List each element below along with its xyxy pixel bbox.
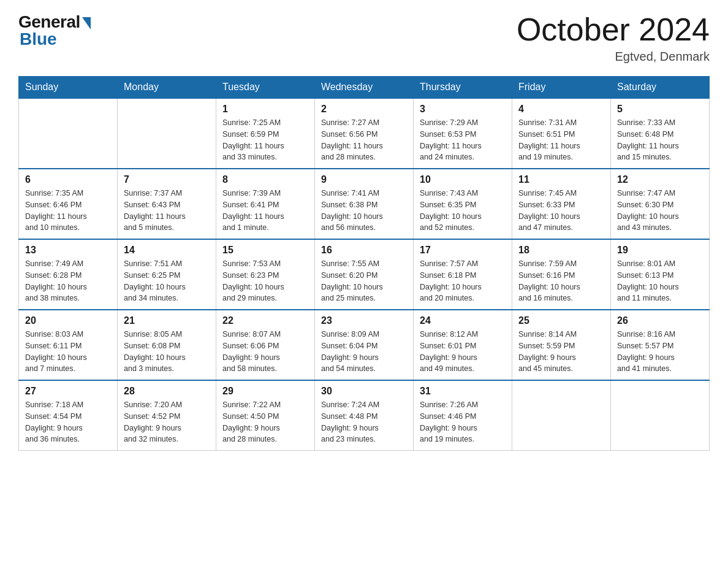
calendar-cell: 11Sunrise: 7:45 AM Sunset: 6:33 PM Dayli… <box>512 169 611 239</box>
day-info: Sunrise: 7:53 AM Sunset: 6:23 PM Dayligh… <box>222 258 308 304</box>
day-info: Sunrise: 7:18 AM Sunset: 4:54 PM Dayligh… <box>25 399 111 445</box>
calendar-week-row: 6Sunrise: 7:35 AM Sunset: 6:46 PM Daylig… <box>19 169 710 239</box>
calendar-cell: 29Sunrise: 7:22 AM Sunset: 4:50 PM Dayli… <box>216 380 315 451</box>
calendar-cell: 2Sunrise: 7:27 AM Sunset: 6:56 PM Daylig… <box>315 98 414 169</box>
day-number: 12 <box>617 174 703 185</box>
logo-blue-text: Blue <box>20 29 57 49</box>
day-number: 4 <box>518 104 604 115</box>
day-info: Sunrise: 8:09 AM Sunset: 6:04 PM Dayligh… <box>321 329 407 375</box>
calendar-cell: 30Sunrise: 7:24 AM Sunset: 4:48 PM Dayli… <box>315 380 414 451</box>
calendar-header-friday: Friday <box>512 77 611 99</box>
day-number: 13 <box>25 245 111 256</box>
day-info: Sunrise: 7:25 AM Sunset: 6:59 PM Dayligh… <box>222 117 308 163</box>
day-info: Sunrise: 8:01 AM Sunset: 6:13 PM Dayligh… <box>617 258 703 304</box>
calendar-cell: 8Sunrise: 7:39 AM Sunset: 6:41 PM Daylig… <box>216 169 315 239</box>
calendar-cell: 5Sunrise: 7:33 AM Sunset: 6:48 PM Daylig… <box>611 98 710 169</box>
month-title: October 2024 <box>517 12 710 47</box>
day-info: Sunrise: 7:45 AM Sunset: 6:33 PM Dayligh… <box>518 188 604 234</box>
day-info: Sunrise: 7:43 AM Sunset: 6:35 PM Dayligh… <box>420 188 506 234</box>
calendar-cell: 15Sunrise: 7:53 AM Sunset: 6:23 PM Dayli… <box>216 239 315 310</box>
calendar-week-row: 20Sunrise: 8:03 AM Sunset: 6:11 PM Dayli… <box>19 310 710 380</box>
calendar-cell <box>611 380 710 451</box>
day-info: Sunrise: 8:16 AM Sunset: 5:57 PM Dayligh… <box>617 329 703 375</box>
day-number: 18 <box>518 245 604 256</box>
day-number: 29 <box>222 386 308 397</box>
day-number: 9 <box>321 174 407 185</box>
day-info: Sunrise: 8:03 AM Sunset: 6:11 PM Dayligh… <box>25 329 111 375</box>
calendar-week-row: 1Sunrise: 7:25 AM Sunset: 6:59 PM Daylig… <box>19 98 710 169</box>
calendar-header-row: SundayMondayTuesdayWednesdayThursdayFrid… <box>19 77 710 99</box>
calendar-cell <box>19 98 118 169</box>
calendar-cell: 23Sunrise: 8:09 AM Sunset: 6:04 PM Dayli… <box>315 310 414 380</box>
day-number: 14 <box>124 245 210 256</box>
day-number: 30 <box>321 386 407 397</box>
calendar-cell: 16Sunrise: 7:55 AM Sunset: 6:20 PM Dayli… <box>315 239 414 310</box>
day-info: Sunrise: 7:39 AM Sunset: 6:41 PM Dayligh… <box>222 188 308 234</box>
calendar-week-row: 27Sunrise: 7:18 AM Sunset: 4:54 PM Dayli… <box>19 380 710 451</box>
day-number: 26 <box>617 315 703 326</box>
calendar-cell <box>512 380 611 451</box>
calendar-cell: 19Sunrise: 8:01 AM Sunset: 6:13 PM Dayli… <box>611 239 710 310</box>
day-info: Sunrise: 7:33 AM Sunset: 6:48 PM Dayligh… <box>617 117 703 163</box>
calendar-cell: 28Sunrise: 7:20 AM Sunset: 4:52 PM Dayli… <box>118 380 216 451</box>
title-area: October 2024 Egtved, Denmark <box>517 12 710 64</box>
day-info: Sunrise: 7:49 AM Sunset: 6:28 PM Dayligh… <box>25 258 111 304</box>
day-number: 11 <box>518 174 604 185</box>
day-number: 20 <box>25 315 111 326</box>
day-number: 5 <box>617 104 703 115</box>
calendar-cell: 22Sunrise: 8:07 AM Sunset: 6:06 PM Dayli… <box>216 310 315 380</box>
calendar-cell: 24Sunrise: 8:12 AM Sunset: 6:01 PM Dayli… <box>414 310 512 380</box>
day-number: 21 <box>124 315 210 326</box>
calendar-cell <box>118 98 216 169</box>
day-info: Sunrise: 7:41 AM Sunset: 6:38 PM Dayligh… <box>321 188 407 234</box>
day-number: 31 <box>420 386 506 397</box>
day-info: Sunrise: 7:55 AM Sunset: 6:20 PM Dayligh… <box>321 258 407 304</box>
calendar-cell: 31Sunrise: 7:26 AM Sunset: 4:46 PM Dayli… <box>414 380 512 451</box>
calendar-cell: 13Sunrise: 7:49 AM Sunset: 6:28 PM Dayli… <box>19 239 118 310</box>
day-number: 17 <box>420 245 506 256</box>
calendar-cell: 21Sunrise: 8:05 AM Sunset: 6:08 PM Dayli… <box>118 310 216 380</box>
day-info: Sunrise: 8:07 AM Sunset: 6:06 PM Dayligh… <box>222 329 308 375</box>
calendar-header-saturday: Saturday <box>611 77 710 99</box>
day-info: Sunrise: 7:59 AM Sunset: 6:16 PM Dayligh… <box>518 258 604 304</box>
day-number: 24 <box>420 315 506 326</box>
calendar-cell: 25Sunrise: 8:14 AM Sunset: 5:59 PM Dayli… <box>512 310 611 380</box>
day-info: Sunrise: 7:26 AM Sunset: 4:46 PM Dayligh… <box>420 399 506 445</box>
day-number: 25 <box>518 315 604 326</box>
day-number: 1 <box>222 104 308 115</box>
calendar-cell: 18Sunrise: 7:59 AM Sunset: 6:16 PM Dayli… <box>512 239 611 310</box>
day-info: Sunrise: 7:20 AM Sunset: 4:52 PM Dayligh… <box>124 399 210 445</box>
day-number: 8 <box>222 174 308 185</box>
day-info: Sunrise: 7:35 AM Sunset: 6:46 PM Dayligh… <box>25 188 111 234</box>
day-info: Sunrise: 7:24 AM Sunset: 4:48 PM Dayligh… <box>321 399 407 445</box>
calendar-cell: 3Sunrise: 7:29 AM Sunset: 6:53 PM Daylig… <box>414 98 512 169</box>
day-info: Sunrise: 7:57 AM Sunset: 6:18 PM Dayligh… <box>420 258 506 304</box>
calendar-header-monday: Monday <box>118 77 216 99</box>
day-info: Sunrise: 8:12 AM Sunset: 6:01 PM Dayligh… <box>420 329 506 375</box>
location: Egtved, Denmark <box>517 50 710 64</box>
logo-triangle-icon <box>82 17 91 29</box>
calendar-cell: 6Sunrise: 7:35 AM Sunset: 6:46 PM Daylig… <box>19 169 118 239</box>
logo: General Blue <box>18 12 91 49</box>
calendar-cell: 14Sunrise: 7:51 AM Sunset: 6:25 PM Dayli… <box>118 239 216 310</box>
calendar-cell: 27Sunrise: 7:18 AM Sunset: 4:54 PM Dayli… <box>19 380 118 451</box>
day-info: Sunrise: 7:47 AM Sunset: 6:30 PM Dayligh… <box>617 188 703 234</box>
day-info: Sunrise: 8:05 AM Sunset: 6:08 PM Dayligh… <box>124 329 210 375</box>
day-number: 16 <box>321 245 407 256</box>
day-number: 28 <box>124 386 210 397</box>
day-info: Sunrise: 7:51 AM Sunset: 6:25 PM Dayligh… <box>124 258 210 304</box>
calendar-cell: 4Sunrise: 7:31 AM Sunset: 6:51 PM Daylig… <box>512 98 611 169</box>
calendar-cell: 20Sunrise: 8:03 AM Sunset: 6:11 PM Dayli… <box>19 310 118 380</box>
calendar-cell: 9Sunrise: 7:41 AM Sunset: 6:38 PM Daylig… <box>315 169 414 239</box>
calendar-table: SundayMondayTuesdayWednesdayThursdayFrid… <box>18 76 710 451</box>
day-number: 19 <box>617 245 703 256</box>
calendar-header-sunday: Sunday <box>19 77 118 99</box>
calendar-header-wednesday: Wednesday <box>315 77 414 99</box>
day-number: 27 <box>25 386 111 397</box>
day-number: 6 <box>25 174 111 185</box>
day-info: Sunrise: 7:22 AM Sunset: 4:50 PM Dayligh… <box>222 399 308 445</box>
calendar-week-row: 13Sunrise: 7:49 AM Sunset: 6:28 PM Dayli… <box>19 239 710 310</box>
day-number: 22 <box>222 315 308 326</box>
calendar-header-thursday: Thursday <box>414 77 512 99</box>
calendar-cell: 10Sunrise: 7:43 AM Sunset: 6:35 PM Dayli… <box>414 169 512 239</box>
